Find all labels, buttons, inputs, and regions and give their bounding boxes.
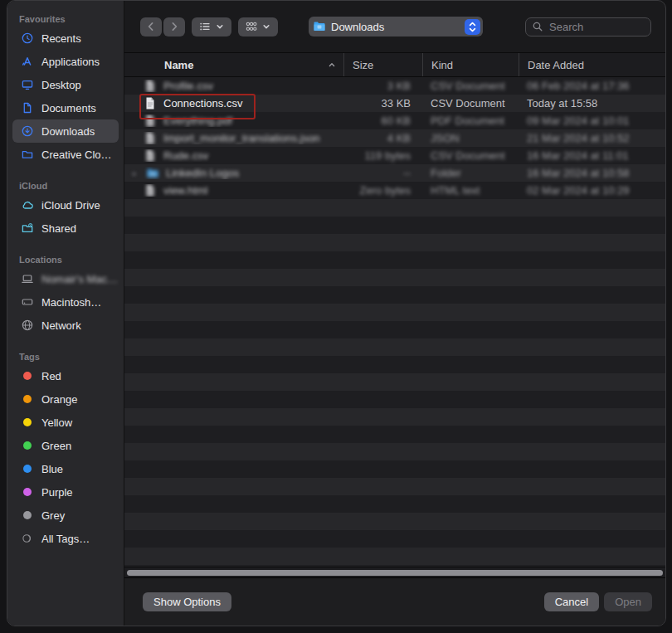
column-label: Date Added — [528, 59, 584, 71]
file-row[interactable]: view.htmlZero bytesHTML text02 Mar 2024 … — [124, 182, 665, 199]
folder-location-popup[interactable]: Downloads — [309, 17, 483, 37]
tag-dot — [20, 441, 35, 450]
sidebar-item-yellow[interactable]: Yellow — [12, 411, 119, 434]
tag-dot — [20, 465, 35, 473]
file-doc-icon — [143, 184, 158, 197]
empty-list-stripe — [124, 530, 665, 548]
file-kind: CSV Document — [422, 97, 519, 110]
chevron-down-icon — [215, 22, 225, 32]
sidebar-item-recents[interactable]: Recents — [12, 27, 119, 50]
search-field[interactable] — [525, 17, 651, 37]
column-header-date-added[interactable]: Date Added — [519, 53, 665, 76]
file-name: view.html — [163, 184, 207, 197]
forward-button[interactable] — [163, 17, 185, 37]
open-file-dialog: FavouritesRecentsApplicationsDesktopDocu… — [7, 0, 666, 626]
back-button[interactable] — [140, 17, 162, 37]
cancel-button[interactable]: Cancel — [544, 592, 599, 611]
sidebar-item-macintosh[interactable]: Macintosh… — [12, 290, 119, 314]
finder-sidebar: FavouritesRecentsApplicationsDesktopDocu… — [7, 1, 124, 626]
sidebar-item-downloads[interactable]: Downloads — [12, 119, 119, 143]
file-doc-icon — [143, 97, 158, 110]
sidebar-section-title: iCloud — [7, 176, 124, 193]
sidebar-item-purple[interactable]: Purple — [12, 480, 119, 504]
empty-list-stripe — [124, 356, 665, 373]
file-name: Everything.pdf — [163, 114, 232, 127]
desktop-icon — [20, 78, 35, 91]
column-label: Size — [353, 59, 373, 71]
group-view-icon — [245, 20, 258, 33]
file-name: Import_monitor_translations.json — [163, 132, 320, 144]
list-view-menu-button[interactable] — [192, 17, 231, 37]
up-down-chevrons-icon — [468, 21, 477, 33]
file-row[interactable]: Connections.csv33 KBCSV DocumentToday at… — [124, 95, 665, 112]
sidebar-section-icloud: iCloudiCloud DriveShared — [7, 176, 124, 240]
empty-list-stripe — [124, 408, 665, 426]
file-row[interactable]: Import_monitor_translations.json4 KBJSON… — [124, 129, 665, 147]
sidebar-item-shared[interactable]: Shared — [12, 217, 119, 240]
sidebar-item-label: Applications — [41, 56, 100, 68]
column-header-kind[interactable]: Kind — [422, 53, 519, 76]
sidebar-item-label: Documents — [41, 102, 96, 114]
tag-dot — [20, 395, 35, 403]
disclosure-triangle-icon[interactable]: ▸ — [133, 169, 139, 178]
sidebar-item-label: Shared — [41, 222, 76, 235]
file-kind: JSON — [422, 132, 519, 144]
dialog-content: Downloads Name Size Kind Date A — [124, 1, 665, 626]
all-tags-icon — [20, 532, 35, 545]
sidebar-item-nomair-s-mac[interactable]: Nomair's Mac… — [12, 267, 119, 290]
show-options-button[interactable]: Show Options — [143, 592, 231, 611]
open-button[interactable]: Open — [604, 592, 652, 611]
chevron-down-icon — [261, 22, 271, 32]
clock-icon — [20, 32, 35, 45]
file-doc-icon — [143, 132, 158, 144]
file-name: Rude.csv — [163, 149, 208, 162]
horizontal-scrollbar[interactable] — [124, 567, 665, 577]
hard-drive-icon — [20, 295, 35, 309]
sidebar-item-grey[interactable]: Grey — [12, 504, 119, 527]
empty-list-stripe — [124, 338, 665, 356]
sidebar-item-network[interactable]: Network — [12, 314, 119, 337]
popup-stepper-icon[interactable] — [465, 19, 480, 35]
group-view-menu-button[interactable] — [238, 17, 278, 37]
sidebar-section-title: Tags — [7, 347, 124, 364]
sidebar-item-icloud-drive[interactable]: iCloud Drive — [12, 193, 119, 217]
column-label: Kind — [431, 59, 453, 71]
file-size: 119 bytes — [343, 149, 422, 162]
sidebar-item-documents[interactable]: Documents — [12, 96, 119, 119]
file-size: -- — [343, 167, 422, 179]
sidebar-item-all-tags[interactable]: All Tags… — [12, 527, 119, 550]
sidebar-item-blue[interactable]: Blue — [12, 457, 119, 480]
sidebar-item-red[interactable]: Red — [12, 364, 119, 387]
empty-list-stripe — [124, 565, 665, 567]
tag-dot — [20, 418, 35, 426]
column-label: Name — [164, 59, 193, 71]
horizontal-scrollbar-handle[interactable] — [127, 570, 663, 576]
app-store-icon — [20, 55, 35, 68]
sidebar-item-label: Creative Clo… — [41, 149, 112, 161]
sidebar-item-creative-clo[interactable]: Creative Clo… — [12, 143, 119, 166]
tag-dot — [20, 488, 35, 496]
file-size: 3 KB — [343, 80, 422, 92]
download-circle-icon — [20, 124, 35, 138]
file-doc-icon — [143, 114, 158, 127]
sidebar-item-applications[interactable]: Applications — [12, 50, 119, 73]
file-date-added: 21 Mar 2024 at 10:52 — [519, 132, 665, 144]
sidebar-item-orange[interactable]: Orange — [12, 387, 119, 411]
sidebar-item-green[interactable]: Green — [12, 434, 119, 457]
laptop-icon — [20, 272, 35, 285]
file-row[interactable]: Everything.pdf60 KBPDF Document09 Mar 20… — [124, 112, 665, 129]
file-row[interactable]: Profile.csv3 KBCSV Document06 Feb 2024 a… — [124, 77, 665, 95]
empty-list-stripe — [124, 304, 665, 321]
file-row[interactable]: Rude.csv119 bytesCSV Document16 Mar 2024… — [124, 147, 665, 164]
sidebar-item-desktop[interactable]: Desktop — [12, 73, 119, 96]
column-header-size[interactable]: Size — [343, 53, 422, 76]
search-input[interactable] — [548, 20, 645, 34]
file-size: Zero bytes — [343, 184, 422, 197]
file-row[interactable]: ▸LinkedIn Logos--Folder16 Mar 2024 at 10… — [124, 164, 665, 182]
folder-icon — [20, 148, 35, 161]
file-kind: Folder — [422, 167, 519, 179]
file-date-added: 02 Mar 2024 at 10:29 — [519, 184, 665, 197]
sidebar-section-title: Favourites — [7, 9, 124, 27]
column-header-name[interactable]: Name — [124, 53, 343, 76]
sidebar-item-label: Recents — [41, 32, 81, 45]
